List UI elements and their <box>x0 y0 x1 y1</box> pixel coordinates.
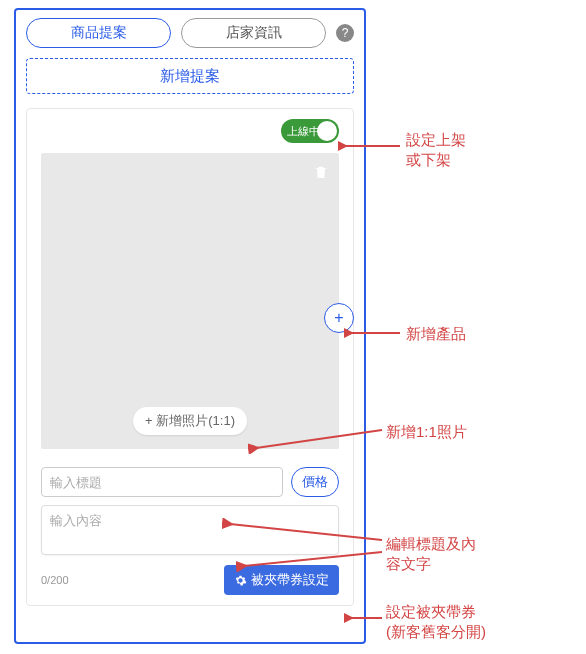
title-price-row: 價格 <box>41 467 339 497</box>
add-product-button[interactable]: + <box>324 303 354 333</box>
tab-label: 店家資訊 <box>226 24 282 42</box>
tab-label: 商品提案 <box>71 24 127 42</box>
plus-icon: + <box>334 309 343 327</box>
annotation-coupon: 設定被夾帶券 (新客舊客分開) <box>386 602 486 643</box>
price-label: 價格 <box>302 473 328 491</box>
help-glyph: ? <box>342 26 349 40</box>
annotation-online: 設定上架 或下架 <box>406 130 466 171</box>
photo-upload-area[interactable]: + 新增照片(1:1) + <box>41 153 339 449</box>
tab-product-proposal[interactable]: 商品提案 <box>26 18 171 48</box>
coupon-label: 被夾帶券設定 <box>251 571 329 589</box>
content-input[interactable] <box>41 505 339 555</box>
annotation-edit-text: 編輯標題及內 容文字 <box>386 534 476 575</box>
price-button[interactable]: 價格 <box>291 467 339 497</box>
toggle-row: 上線中 <box>41 119 339 143</box>
trash-icon[interactable] <box>313 163 329 181</box>
online-toggle[interactable]: 上線中 <box>281 119 339 143</box>
gear-icon <box>234 574 247 587</box>
proposal-card: 上線中 + 新增照片(1:1) + 價格 0/200 <box>26 108 354 606</box>
help-icon[interactable]: ? <box>336 24 354 42</box>
tab-store-info[interactable]: 店家資訊 <box>181 18 326 48</box>
toggle-label: 上線中 <box>287 124 320 139</box>
coupon-settings-button[interactable]: 被夾帶券設定 <box>224 565 339 595</box>
toggle-knob <box>317 121 337 141</box>
add-photo-label: + 新增照片(1:1) <box>145 413 235 428</box>
new-proposal-button[interactable]: 新增提案 <box>26 58 354 94</box>
title-input[interactable] <box>41 467 283 497</box>
bottom-row: 0/200 被夾帶券設定 <box>41 565 339 595</box>
annotation-add-product: 新增產品 <box>406 324 466 344</box>
new-proposal-label: 新增提案 <box>160 67 220 86</box>
add-photo-button[interactable]: + 新增照片(1:1) <box>133 407 247 435</box>
app-frame: 商品提案 店家資訊 ? 新增提案 上線中 + 新增照片(1:1) + <box>14 8 366 644</box>
tabs-row: 商品提案 店家資訊 ? <box>26 18 354 48</box>
char-count: 0/200 <box>41 574 69 586</box>
annotation-add-photo: 新增1:1照片 <box>386 422 467 442</box>
